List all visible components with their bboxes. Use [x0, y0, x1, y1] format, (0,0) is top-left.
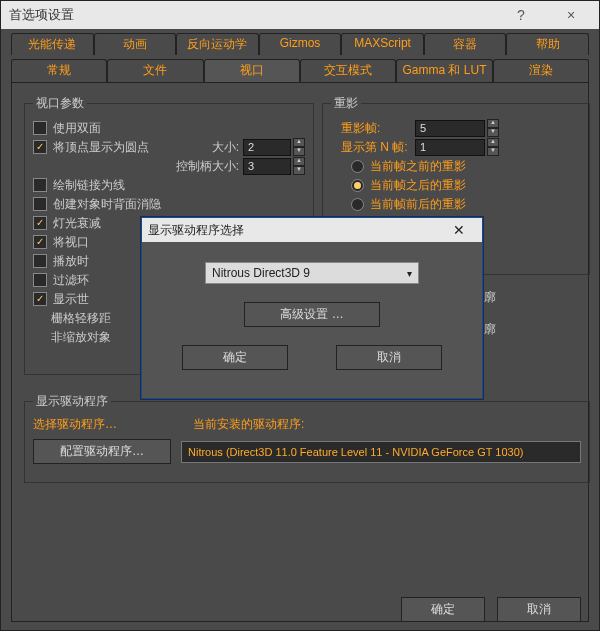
tab-row-1: 光能传递 动画 反向运动学 Gizmos MAXScript 容器 帮助 [1, 29, 599, 55]
chk-vertex-dots-row: 将顶点显示为圆点 大小: 2 ▲▼ [33, 138, 305, 156]
chk-playback-label: 播放时 [53, 253, 89, 270]
titlebar: 首选项设置 ? × [1, 1, 599, 29]
spin-size-label: 大小: [212, 139, 239, 156]
tab-radiosity[interactable]: 光能传递 [11, 33, 94, 55]
driver-select-dialog: 显示驱动程序选择 ✕ Nitrous Direct3D 9 ▾ 高级设置 … 确… [141, 217, 483, 399]
current-driver-label: 当前安装的驱动程序: [193, 416, 304, 433]
tab-general[interactable]: 常规 [11, 59, 107, 82]
chk-links-as-lines[interactable] [33, 178, 47, 192]
chk-light-atten[interactable] [33, 216, 47, 230]
tab-gizmos[interactable]: Gizmos [259, 33, 342, 55]
config-driver-button[interactable]: 配置驱动程序… [33, 439, 171, 464]
choose-driver-label: 选择驱动程序… [33, 416, 183, 433]
tab-interaction[interactable]: 交互模式 [300, 59, 396, 82]
tab-ik[interactable]: 反向运动学 [176, 33, 259, 55]
radio-after-label: 当前帧之后的重影 [370, 177, 466, 194]
spin-size-btns[interactable]: ▲▼ [293, 138, 305, 156]
chk-double-sided-row: 使用双面 [33, 119, 305, 137]
ghost-frames-value[interactable]: 5 [415, 120, 485, 137]
window-buttons: ? × [501, 7, 591, 23]
nth-frame-value[interactable]: 1 [415, 139, 485, 156]
chk-playback[interactable] [33, 254, 47, 268]
nth-frame-spin[interactable]: ▲▼ [487, 138, 499, 156]
chk-links-as-lines-label: 绘制链接为线 [53, 177, 125, 194]
tab-animation[interactable]: 动画 [94, 33, 177, 55]
chk-filter[interactable] [33, 273, 47, 287]
current-driver-value: Nitrous (Direct3D 11.0 Feature Level 11 … [181, 441, 581, 463]
preferences-window: 首选项设置 ? × 光能传递 动画 反向运动学 Gizmos MAXScript… [0, 0, 600, 631]
handle-size-row: 控制柄大小: 3 ▲▼ [33, 157, 305, 175]
radio-before[interactable] [351, 160, 364, 173]
chk-backface-cull[interactable] [33, 197, 47, 211]
chk-vertex-dots[interactable] [33, 140, 47, 154]
window-title: 首选项设置 [9, 6, 501, 24]
ok-button[interactable]: 确定 [401, 597, 485, 622]
group-display-driver: 显示驱动程序 选择驱动程序… 当前安装的驱动程序: 配置驱动程序… Nitrou… [24, 393, 590, 483]
chk-backface-cull-label: 创建对象时背面消隐 [53, 196, 161, 213]
tab-row-2: 常规 文件 视口 交互模式 Gamma 和 LUT 渲染 [1, 55, 599, 82]
tab-render[interactable]: 渲染 [493, 59, 589, 82]
group-viewport-params-legend: 视口参数 [33, 95, 87, 112]
spin-size[interactable]: 2 [243, 139, 291, 156]
tab-maxscript[interactable]: MAXScript [341, 33, 424, 55]
chevron-down-icon: ▾ [407, 268, 412, 279]
chk-show-world-label: 显示世 [53, 291, 89, 308]
dialog-cancel-button[interactable]: 取消 [336, 345, 442, 370]
chk-double-sided-label: 使用双面 [53, 120, 101, 137]
dialog-close-icon[interactable]: ✕ [442, 220, 476, 240]
dialog-ok-button[interactable]: 确定 [182, 345, 288, 370]
chk-show-world[interactable] [33, 292, 47, 306]
spin-handle-size-btns[interactable]: ▲▼ [293, 157, 305, 175]
ghost-frames-spin[interactable]: ▲▼ [487, 119, 499, 137]
chk-filter-label: 过滤环 [53, 272, 89, 289]
chk-viewport-x-label: 将视口 [53, 234, 89, 251]
help-icon[interactable]: ? [501, 7, 541, 23]
radio-after[interactable] [351, 179, 364, 192]
driver-combo[interactable]: Nitrous Direct3D 9 ▾ [205, 262, 419, 284]
radio-both[interactable] [351, 198, 364, 211]
dialog-title: 显示驱动程序选择 [148, 222, 244, 239]
nth-frame-label: 显示第 N 帧: [341, 139, 415, 156]
tab-files[interactable]: 文件 [107, 59, 203, 82]
chk-viewport-x[interactable] [33, 235, 47, 249]
handle-size-label: 控制柄大小: [176, 158, 239, 175]
footer-buttons: 确定 取消 [401, 597, 581, 622]
group-ghosting-legend: 重影 [331, 95, 361, 112]
group-display-driver-legend: 显示驱动程序 [33, 393, 111, 410]
tab-help[interactable]: 帮助 [506, 33, 589, 55]
tab-gamma[interactable]: Gamma 和 LUT [396, 59, 492, 82]
advanced-settings-button[interactable]: 高级设置 … [244, 302, 380, 327]
driver-combo-value: Nitrous Direct3D 9 [212, 266, 310, 280]
chk-double-sided[interactable] [33, 121, 47, 135]
tab-viewport[interactable]: 视口 [204, 59, 300, 82]
dialog-titlebar: 显示驱动程序选择 ✕ [142, 218, 482, 242]
chk-vertex-dots-label: 将顶点显示为圆点 [53, 139, 149, 156]
tab-containers[interactable]: 容器 [424, 33, 507, 55]
chk-light-atten-label: 灯光衰减 [53, 215, 101, 232]
radio-before-label: 当前帧之前的重影 [370, 158, 466, 175]
close-icon[interactable]: × [551, 7, 591, 23]
ghost-frames-label: 重影帧: [341, 120, 415, 137]
spin-handle-size[interactable]: 3 [243, 158, 291, 175]
cancel-button[interactable]: 取消 [497, 597, 581, 622]
radio-both-label: 当前帧前后的重影 [370, 196, 466, 213]
